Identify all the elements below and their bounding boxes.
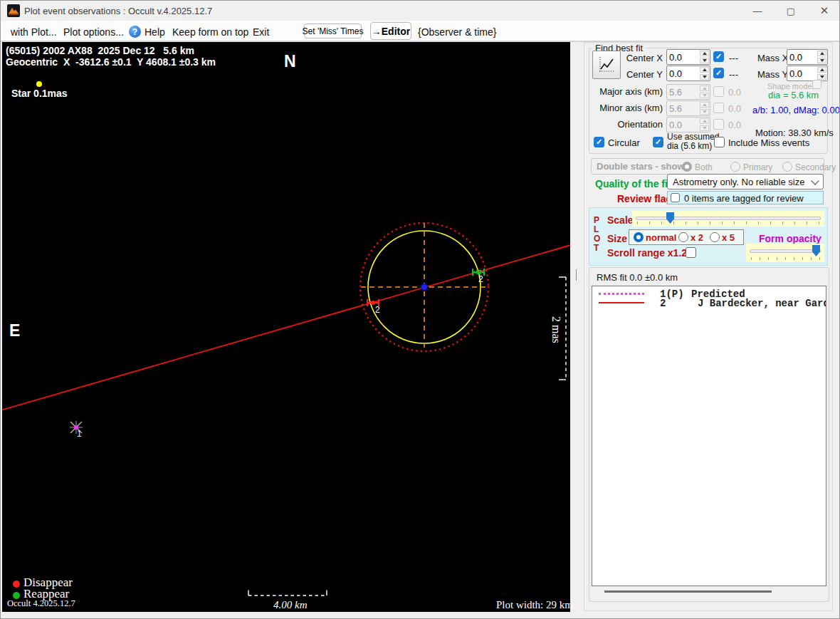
minor-axis-input: [666, 100, 710, 116]
plot-letter-t: T: [594, 243, 599, 253]
dia-text: dia = 5.6 km: [768, 90, 819, 100]
help-icon[interactable]: ?: [129, 26, 141, 38]
major-axis-input: [666, 84, 710, 100]
center-x-spinner[interactable]: [699, 50, 710, 64]
list-hscrollbar[interactable]: [592, 587, 826, 597]
center-x-checkbox[interactable]: ✓: [713, 51, 724, 62]
rms-fit-label: RMS fit 0.0 ±0.0 km: [597, 272, 678, 283]
minimize-icon[interactable]: —: [741, 1, 774, 21]
mass-y-input[interactable]: [787, 66, 828, 81]
minor-axis-label: Minor axis (km): [597, 103, 663, 113]
minor-axis-aux: 0.0: [728, 103, 741, 114]
scroll-range-checkbox[interactable]: [686, 247, 696, 258]
menu-plot-options[interactable]: Plot options...: [63, 26, 124, 38]
motion-text: Motion: 38.30 km/s: [755, 128, 834, 138]
form-opacity-ticks: [751, 257, 821, 260]
center-dot[interactable]: [421, 284, 428, 291]
center-x-label: Center X: [606, 53, 663, 63]
observer-line-sample: [599, 302, 644, 303]
double-stars-title: Double stars - show: [597, 161, 685, 172]
predicted-line-sample: [599, 293, 644, 295]
shape-model-checkbox: [812, 80, 821, 89]
size-x2-label: x 2: [691, 232, 703, 243]
editor-button[interactable]: →Editor: [370, 22, 411, 40]
center-x-input[interactable]: [666, 49, 710, 65]
scale-slider-ticks: [637, 222, 821, 224]
observations-list[interactable]: 1(P) Predicted 2 J Bardecker, near Gardn: [592, 286, 826, 586]
scale-slider-track[interactable]: [636, 217, 821, 220]
hscrollbar-thumb[interactable]: [604, 591, 772, 593]
east-label: E: [9, 321, 20, 340]
size-x5-label: x 5: [722, 232, 735, 243]
menu-help[interactable]: Help: [145, 26, 165, 38]
size-label: Size: [607, 233, 627, 244]
major-axis-checkbox: [713, 86, 724, 97]
orientation-label: Orientation: [597, 119, 663, 130]
star-label: Star 0.1mas: [11, 88, 68, 99]
close-icon[interactable]: ✕: [808, 1, 840, 21]
double-stars-primary-radio: [730, 162, 740, 172]
quality-fit-dropdown[interactable]: Astrometry only. No reliable size: [667, 174, 824, 189]
mas-scale-label: 2 mas: [550, 316, 562, 343]
form-opacity-thumb[interactable]: [812, 245, 820, 256]
include-miss-label: Include Miss events: [728, 137, 809, 148]
size-normal-radio[interactable]: [634, 232, 644, 242]
review-flags-checkbox[interactable]: [671, 193, 680, 202]
double-stars-primary-label: Primary: [743, 162, 772, 172]
form-opacity-slider[interactable]: [746, 244, 824, 262]
plot-width-label: Plot width: 29 km: [496, 599, 573, 611]
plot-canvas[interactable]: (65015) 2002 AX88 2025 Dec 12 5.6 km Geo…: [2, 42, 570, 612]
scale-slider[interactable]: [632, 211, 824, 227]
mass-x-spinner[interactable]: [817, 50, 827, 64]
circular-checkbox[interactable]: ✓: [594, 137, 604, 147]
quality-fit-value: Astrometry only. No reliable size: [673, 177, 804, 187]
plot-drawing: [2, 42, 570, 612]
size-x5-radio[interactable]: [710, 232, 720, 242]
km-scale-bar: [248, 591, 327, 596]
quality-fit-label: Quality of the fit: [595, 178, 671, 189]
disappear-number-label: 2: [375, 305, 380, 315]
menu-bar: with Plot... Plot options... ? Help Keep…: [1, 21, 839, 42]
size-x2-radio[interactable]: [678, 232, 688, 242]
maximize-icon[interactable]: ▢: [775, 1, 807, 21]
list-item[interactable]: 2 J Bardecker, near Gardn: [592, 298, 826, 308]
menu-keep-on-top[interactable]: Keep form on top: [172, 26, 248, 38]
menu-exit[interactable]: Exit: [253, 26, 269, 38]
use-assumed-label-2: dia (5.6 km): [667, 141, 712, 151]
size-normal-label: normal: [646, 232, 676, 243]
set-miss-times-button[interactable]: Set 'Miss' Times: [304, 24, 362, 38]
plot-letter-l: L: [594, 224, 599, 234]
plot-letter-p: P: [594, 215, 599, 225]
center-y-flag: ---: [729, 69, 738, 80]
center-y-spinner[interactable]: [699, 66, 710, 80]
form-opacity-track[interactable]: [750, 249, 821, 253]
title-bar: Plot event observations : Occult v.4.202…: [1, 1, 839, 21]
window-title: Plot event observations : Occult v.4.202…: [24, 6, 212, 16]
center-y-checkbox[interactable]: ✓: [713, 68, 724, 78]
mass-x-input[interactable]: [787, 49, 828, 65]
circular-label: Circular: [608, 137, 640, 148]
mass-y-spinner[interactable]: [817, 66, 827, 80]
center-y-input[interactable]: [666, 66, 710, 81]
ab-text: a/b: 1.00, dMag: 0.00: [752, 105, 840, 115]
scale-label: Scale: [607, 214, 634, 226]
splitter-handle[interactable]: [576, 269, 577, 281]
chevron-down-icon: [811, 177, 819, 184]
orientation-input: [666, 117, 710, 132]
use-assumed-checkbox[interactable]: ✓: [653, 137, 663, 147]
plot-version-label: Occult 4.2025.12.7: [7, 598, 75, 609]
reappear-number-label: 2: [478, 274, 483, 284]
double-stars-secondary-label: Secondary: [795, 162, 836, 172]
plot-header-line2: Geocentric X -3612.6 ±0.1 Y 4608.1 ±0.3 …: [6, 56, 216, 68]
form-opacity-label: Form opacity: [759, 233, 821, 244]
use-assumed-label-1: Use assumed: [667, 132, 719, 142]
north-label: N: [284, 52, 296, 71]
include-miss-checkbox[interactable]: [714, 137, 725, 147]
list-item[interactable]: 1(P) Predicted: [592, 288, 826, 298]
menu-with-plot[interactable]: with Plot...: [11, 26, 57, 38]
app-window: Plot event observations : Occult v.4.202…: [0, 0, 840, 619]
orientation-aux: 0.0: [728, 120, 741, 130]
observation-name: J Bardecker, near Gardn: [698, 298, 826, 309]
double-stars-secondary-radio: [782, 162, 792, 172]
observer-time-label[interactable]: {Observer & time}: [418, 26, 497, 38]
